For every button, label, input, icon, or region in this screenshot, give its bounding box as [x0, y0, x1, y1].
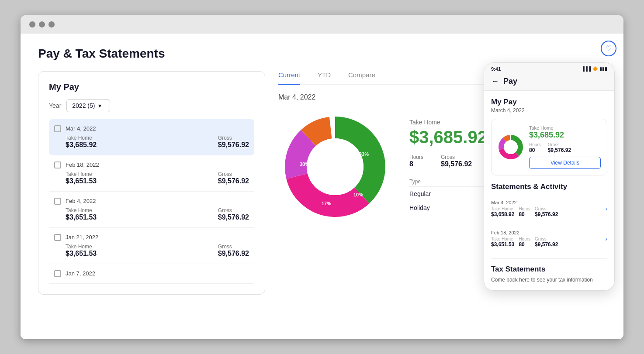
signal-icon: ▐▐▐	[582, 66, 591, 71]
hours-label: Hours	[409, 154, 423, 160]
tab-current[interactable]: Current	[278, 71, 300, 85]
pay-date-2: Feb 4, 2022	[66, 198, 96, 204]
stmt1-gross-label: Gross	[535, 237, 558, 241]
svg-point-13	[504, 140, 518, 154]
take-home-value-1: $3,651.53	[66, 177, 97, 185]
mobile-stmt-date-1: Feb 18, 2022	[491, 230, 558, 235]
tab-ytd[interactable]: YTD	[318, 71, 331, 84]
mobile-gross-label: Gross	[548, 142, 571, 147]
take-home-label-0: Take Home	[66, 135, 97, 141]
mobile-stmt-values-0: Take Home $3,658.92 Hours 80 Gross	[491, 206, 558, 217]
mobile-my-pay-title: My Pay	[491, 98, 607, 107]
mobile-stmt-date-0: Mar 4, 2022	[491, 200, 558, 205]
left-panel: My Pay Year 2022 (5) ▾ Mar 4, 2022	[38, 71, 265, 295]
gross-label: Gross	[441, 154, 472, 160]
stmt1-gross-value: $9,576.92	[535, 241, 558, 247]
battery-icon: ▮▮▮	[599, 66, 607, 71]
svg-text:10%: 10%	[353, 192, 363, 197]
year-value: 2022 (5)	[72, 102, 95, 109]
donut-chart: 33% 38% 17% 10%	[278, 110, 392, 223]
mobile-stats-row: Hours 80 Gross $9,576.92	[529, 142, 601, 153]
gross-label-2: Gross	[218, 207, 249, 213]
svg-text:38%: 38%	[300, 162, 309, 167]
mobile-hours-label: Hours	[529, 142, 541, 147]
gross-value: $9,576.92	[441, 160, 472, 168]
panel-title: My Pay	[49, 82, 254, 92]
mobile-gross-value: $9,576.92	[548, 147, 571, 153]
mobile-date: March 4, 2022	[491, 107, 607, 113]
tax-section-text: Come back here to see your tax informati…	[491, 276, 607, 284]
stmt1-takehome-label: Take Home	[491, 237, 514, 241]
row0-type: Regular	[409, 186, 492, 201]
take-home-label-1: Take Home	[66, 171, 97, 177]
chevron-right-icon-1: ›	[605, 235, 607, 242]
pay-checkbox-4[interactable]	[54, 270, 61, 277]
pay-item-3[interactable]: Jan 21, 2022 Take Home $3,651.53 Gross $…	[49, 228, 254, 264]
stmt1-hours-value: 80	[519, 241, 530, 247]
mobile-mockup: 9:41 ▐▐▐ 🔶 ▮▮▮ ← Pay My Pay March 4, 202…	[484, 62, 615, 291]
browser-dot-3	[48, 21, 55, 27]
mobile-statement-0[interactable]: Mar 4, 2022 Take Home $3,658.92 Hours 80	[491, 196, 607, 222]
gross-value-0: $9,576.92	[218, 141, 249, 149]
mobile-back-button[interactable]: ←	[491, 77, 499, 86]
mini-donut-chart	[498, 134, 524, 160]
pay-checkbox-1[interactable]	[54, 162, 61, 168]
mobile-view-details-button[interactable]: View Details	[529, 157, 601, 169]
mobile-pay-info: Take Home $3,685.92 Hours 80 Gross $9,57…	[529, 125, 601, 169]
gross-label-1: Gross	[218, 171, 249, 177]
main-layout: My Pay Year 2022 (5) ▾ Mar 4, 2022	[38, 71, 606, 295]
stmt0-takehome-value: $3,658.92	[491, 211, 514, 217]
heart-icon: ♡	[606, 44, 612, 52]
pay-date-1: Feb 18, 2022	[66, 162, 99, 168]
tax-section-title: Tax Statements	[491, 265, 607, 274]
mobile-stmt-values-1: Take Home $3,651.53 Hours 80 Gross	[491, 237, 558, 247]
pay-item-1[interactable]: Feb 18, 2022 Take Home $3,651.53 Gross $…	[49, 155, 254, 192]
gross-value-1: $9,576.92	[218, 177, 249, 185]
take-home-label-2: Take Home	[66, 207, 97, 213]
mobile-statement-1[interactable]: Feb 18, 2022 Take Home $3,651.53 Hours 8…	[491, 226, 607, 252]
pay-item-2[interactable]: Feb 4, 2022 Take Home $3,651.53 Gross $9…	[49, 192, 254, 228]
mobile-status-bar: 9:41 ▐▐▐ 🔶 ▮▮▮	[484, 63, 614, 73]
browser-window: Pay & Tax Statements My Pay Year 2022 (5…	[21, 15, 623, 339]
pay-date-0: Mar 4, 2022	[66, 125, 96, 132]
pay-checkbox-2[interactable]	[54, 198, 61, 205]
take-home-value-3: $3,651.53	[66, 250, 97, 258]
tax-section: Tax Statements Come back here to see you…	[491, 258, 607, 284]
pay-checkbox-0[interactable]	[54, 125, 61, 132]
col-type: Type	[409, 177, 492, 187]
mobile-pay-card: Take Home $3,685.92 Hours 80 Gross $9,57…	[491, 119, 607, 175]
year-dropdown[interactable]: 2022 (5) ▾	[66, 99, 110, 112]
stmt0-gross-value: $9,576.92	[535, 211, 558, 217]
gross-label-0: Gross	[218, 135, 249, 141]
browser-content: Pay & Tax Statements My Pay Year 2022 (5…	[21, 34, 623, 339]
mobile-hours-value: 80	[529, 147, 541, 153]
tab-compare[interactable]: Compare	[348, 71, 375, 84]
heart-button[interactable]: ♡	[601, 41, 616, 56]
mobile-header-title: Pay	[503, 77, 517, 86]
pay-date-3: Jan 21, 2022	[66, 234, 98, 241]
stmt0-gross-label: Gross	[535, 206, 558, 211]
browser-dot-1	[29, 21, 35, 27]
svg-text:17%: 17%	[322, 201, 331, 206]
year-selector: Year 2022 (5) ▾	[49, 99, 254, 112]
pay-item-4[interactable]: Jan 7, 2022	[49, 264, 254, 284]
pay-checkbox-3[interactable]	[54, 234, 61, 241]
mobile-status-icons: ▐▐▐ 🔶 ▮▮▮	[582, 66, 607, 71]
wifi-icon: 🔶	[592, 66, 598, 71]
mobile-header: ← Pay	[484, 73, 614, 91]
gross-label-3: Gross	[218, 244, 249, 250]
pay-date-4: Jan 7, 2022	[66, 270, 95, 277]
pay-item-0[interactable]: Mar 4, 2022 Take Home $3,685.92 Gross $9…	[49, 119, 254, 155]
mobile-body: My Pay March 4, 2022	[484, 91, 614, 291]
chevron-right-icon-0: ›	[605, 205, 607, 212]
stmt1-hours-label: Hours	[519, 237, 530, 241]
take-home-value-0: $3,685.92	[66, 141, 97, 149]
browser-dot-2	[39, 21, 45, 27]
mobile-takehome-label: Take Home	[529, 125, 601, 131]
stmt0-takehome-label: Take Home	[491, 206, 514, 211]
hours-value: 8	[409, 160, 423, 168]
gross-value-2: $9,576.92	[218, 213, 249, 221]
stmt0-hours-label: Hours	[519, 206, 530, 211]
take-home-label-3: Take Home	[66, 244, 97, 250]
row1-type: Holiday	[409, 201, 492, 215]
